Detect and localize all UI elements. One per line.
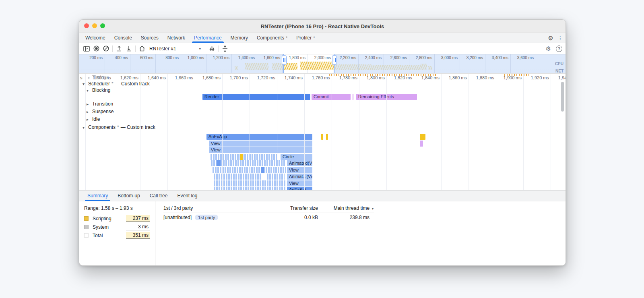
flame-segment-highlight[interactable] [217, 160, 221, 166]
titlebar: RNTester (iPhone 16 Pro) - React Native … [79, 20, 566, 33]
tab-performance[interactable]: Performance [190, 33, 226, 43]
ruler-tick-label: 1,700 ms [230, 75, 250, 80]
overview-grid-line [358, 54, 359, 73]
divider [218, 46, 219, 52]
vertical-scrollbar[interactable] [561, 82, 564, 112]
flame-mark[interactable] [420, 134, 425, 140]
overview-tick-label: 3,200 ms [466, 56, 484, 60]
garbage-collect-icon[interactable] [207, 44, 217, 53]
ruler-tick-label: 1,600 ms [93, 75, 113, 80]
flame-bar-commit[interactable]: Commit [312, 94, 351, 100]
flame-segment-highlight[interactable] [240, 154, 243, 160]
legend-swatch [84, 233, 89, 238]
bottom-tab-summary[interactable]: Summary [83, 190, 113, 201]
net-lane-label: NET [555, 69, 564, 73]
flame-bar-view[interactable]: View [287, 167, 312, 173]
zoom-window-button[interactable] [100, 23, 105, 28]
ruler-tick-label: 1,880 ms [476, 75, 496, 80]
toggle-sidebar-icon[interactable] [82, 44, 91, 53]
target-selector-value: RNTester #1 [149, 46, 176, 52]
flame-segments[interactable] [214, 174, 285, 180]
ruler-tick-label: 1,820 ms [394, 75, 414, 80]
track-components[interactable]: ▾Components* — Custom track [83, 124, 155, 130]
column-header-party[interactable]: 1st / 3rd party [163, 205, 272, 211]
flame-chart[interactable]: s ▸Timings ▾Scheduler* — Custom track▾Bl… [79, 74, 566, 190]
flame-segment-highlight[interactable] [261, 167, 264, 173]
tab-console[interactable]: Console [110, 33, 136, 43]
legend-label: Total [93, 233, 126, 238]
overview-grid-line [130, 54, 130, 73]
bottom-tab-call-tree[interactable]: Call tree [145, 190, 173, 201]
window-title: RNTester (iPhone 16 Pro) - React Native … [261, 23, 384, 29]
flame-segments[interactable] [214, 187, 286, 190]
collapse-tracks-icon[interactable] [220, 44, 230, 53]
flame-segments[interactable] [214, 180, 286, 186]
overview-tick-label: 2,400 ms [365, 56, 383, 60]
flame-mark[interactable] [321, 134, 323, 140]
load-profile-icon[interactable] [114, 44, 124, 53]
track-scheduler[interactable]: ▾Scheduler* — Custom track [83, 81, 150, 87]
flame-bar-view[interactable]: View [209, 147, 312, 153]
table-row[interactable]: [unattributed]1st party0.0 kB239.8 ms [163, 213, 374, 222]
overview-tick-label: 1,000 ms [188, 56, 205, 60]
selection-handle-right[interactable] [332, 55, 337, 65]
bottom-tab-bottom-up[interactable]: Bottom-up [113, 190, 144, 201]
grid-line [304, 74, 305, 190]
tab-welcome[interactable]: Welcome [81, 33, 110, 43]
track-blocking[interactable]: ▾Blocking [87, 87, 110, 93]
flame-bar-render[interactable]: Render [202, 94, 310, 100]
timeline-overview[interactable]: 200 ms400 ms600 ms800 ms1,000 ms1,200 ms… [79, 54, 566, 74]
overview-grid-line [257, 54, 257, 73]
settings-gear-icon[interactable]: ⚙ [548, 35, 553, 41]
clear-icon[interactable] [101, 44, 111, 53]
devtools-window: RNTester (iPhone 16 Pro) - React Native … [79, 19, 566, 266]
column-header-transfer-size[interactable]: Transfer size [272, 205, 318, 211]
track-suspense[interactable]: ▸Suspense [87, 109, 114, 114]
overview-tick-label: 2,600 ms [390, 56, 408, 60]
grid-line [140, 74, 140, 190]
home-icon[interactable] [137, 44, 147, 53]
bottom-tabbar: SummaryBottom-upCall treeEvent log [79, 190, 566, 201]
flame-mark[interactable] [326, 134, 328, 140]
flame-bar-circle[interactable]: Circle [281, 154, 312, 160]
flame-bar-anexset[interactable]: AnExSet [287, 187, 312, 190]
track-idle[interactable]: ▸Idle [87, 116, 100, 122]
range-label: Range: 1.58 s – 1.93 s [84, 205, 150, 211]
ruler-tick-label: 1,680 ms [202, 75, 222, 80]
track-transition[interactable]: ▸Transition [87, 101, 113, 107]
flame-bar-animat-view-[interactable]: Animat...(View) [287, 174, 312, 180]
legend-value: 237 ms [126, 215, 150, 222]
flame-mark[interactable] [420, 141, 423, 147]
party-name-cell: [unattributed]1st party [163, 215, 272, 220]
overview-tick-label: 3,600 ms [517, 56, 535, 60]
more-options-icon[interactable]: ⋮ [557, 35, 563, 41]
tab-memory[interactable]: Memory [226, 33, 252, 43]
ruler-tick-label: 1,920 ms [531, 75, 551, 80]
tab-sources[interactable]: Sources [136, 33, 163, 43]
flame-segments[interactable] [211, 154, 278, 160]
selection-handle-left[interactable] [282, 55, 287, 65]
overview-grid-line [434, 54, 435, 73]
flame-bar[interactable] [352, 94, 354, 100]
record-icon[interactable] [91, 44, 101, 53]
grid-line [113, 74, 113, 190]
flame-segment-gap [261, 174, 266, 180]
bottom-tab-event-log[interactable]: Event log [172, 190, 202, 201]
column-header-main-thread-time[interactable]: Main thread time▼ [318, 205, 374, 211]
tab-network[interactable]: Network [163, 33, 190, 43]
overview-grid-line [485, 54, 485, 73]
target-selector[interactable]: RNTester #1 ▾ [147, 44, 203, 53]
performance-settings-gear-icon[interactable]: ⚙ [546, 46, 551, 52]
ruler-tick-label: 1,620 ms [120, 75, 140, 80]
tab-profiler[interactable]: Profiler* [292, 33, 319, 43]
help-icon[interactable]: ? [556, 46, 562, 52]
ruler-tick-label: 1,860 ms [449, 75, 469, 80]
close-window-button[interactable] [84, 23, 89, 28]
flame-bar-view[interactable]: View [287, 180, 312, 186]
minimize-window-button[interactable] [92, 23, 97, 28]
save-profile-icon[interactable] [124, 44, 134, 53]
flame-bar-animated-view-[interactable]: Animated(View) [287, 160, 312, 166]
tab-components[interactable]: Components* [252, 33, 292, 43]
flame-bar-view[interactable]: View [209, 141, 312, 147]
overview-tick-label: 3,000 ms [441, 56, 459, 60]
